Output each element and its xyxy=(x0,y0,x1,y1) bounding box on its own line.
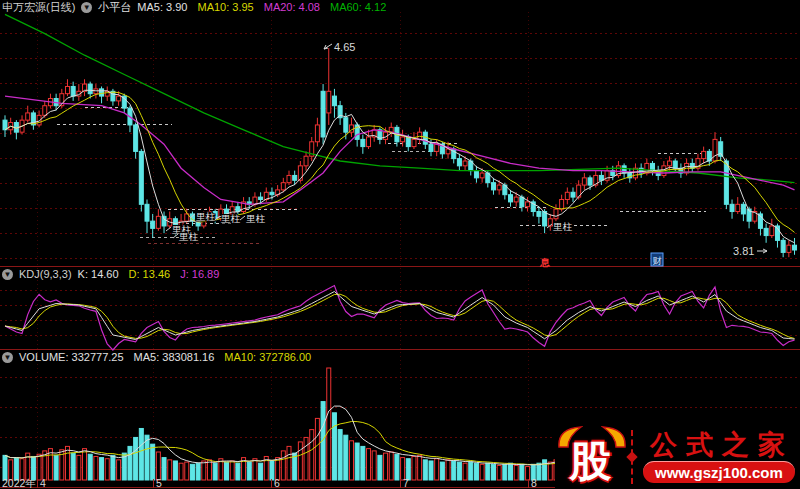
vol-item-2: MA10: 372786.00 xyxy=(224,352,311,363)
kdj-k-line xyxy=(5,292,795,340)
chart-canvas[interactable]: 4.653.81里柱里柱里柱里柱里柱里柱息财2022年45678 xyxy=(0,0,800,489)
bull-logo: 股 xyxy=(555,426,627,488)
axis-month-label: 5 xyxy=(156,477,162,489)
volume-header: ▼ VOLUME: 332777.25MA5: 383081.16MA10: 3… xyxy=(2,352,311,363)
diamond-icon xyxy=(626,451,637,462)
symbol-title: 申万宏源(日线) xyxy=(2,2,75,13)
kdj-title: KDJ(9,3,3) xyxy=(19,269,72,280)
signal-tag: 小平台 xyxy=(98,2,131,13)
kdj-item-2: J: 16.89 xyxy=(180,269,219,280)
site-logo: 股 公式之家 www.gszj100.com xyxy=(555,424,800,489)
logo-character: 股 xyxy=(569,434,611,489)
logo-divider xyxy=(631,430,633,484)
kdj-header: ▼ KDJ(9,3,3) K: 14.60D: 13.46J: 16.89 xyxy=(2,269,219,280)
price-annotation: 3.81 xyxy=(733,245,754,257)
axis-month-label: 4 xyxy=(40,477,46,489)
pillar-label: 里柱 xyxy=(246,213,266,224)
vol-item-1: MA5: 383081.16 xyxy=(134,352,215,363)
collapse-kdj-icon[interactable]: ▼ xyxy=(2,269,13,280)
price-annotation: 4.65 xyxy=(334,41,355,53)
dividend-marker: 息 xyxy=(539,257,550,268)
stock-app-window: 申万宏源(日线) ▼ 小平台 MA5: 3.90MA10: 3.95MA20: … xyxy=(0,0,800,489)
collapse-volume-icon[interactable]: ▼ xyxy=(2,352,13,363)
pillar-label: 里柱 xyxy=(179,231,199,242)
pillar-label: 里柱 xyxy=(553,221,573,232)
candles-layer xyxy=(3,48,797,257)
report-marker-text: 财 xyxy=(653,256,662,266)
logo-site-name: 公式之家 xyxy=(644,431,794,459)
kdj-item-0: K: 14.60 xyxy=(78,269,119,280)
ma-item-1: MA10: 3.95 xyxy=(197,2,253,13)
kdj-item-1: D: 13.46 xyxy=(129,269,171,280)
pillar-label: 里柱 xyxy=(196,211,216,222)
pillar-labels: 里柱里柱里柱里柱里柱里柱 xyxy=(166,211,573,242)
logo-url-pill[interactable]: www.gszj100.com xyxy=(643,461,795,483)
vertical-grid-layer xyxy=(38,12,529,479)
volume-values-row: VOLUME: 332777.25MA5: 383081.16MA10: 372… xyxy=(19,352,311,363)
ma-item-2: MA20: 4.08 xyxy=(264,2,320,13)
kdj-j-line xyxy=(5,286,795,351)
axis-month-label: 7 xyxy=(403,477,409,489)
axis-month-label: 8 xyxy=(531,477,537,489)
ma-item-0: MA5: 3.90 xyxy=(137,2,187,13)
axis-year-label: 2022年 xyxy=(2,477,36,489)
ma-item-3: MA60: 4.12 xyxy=(330,2,386,13)
main-chart-header: 申万宏源(日线) ▼ 小平台 MA5: 3.90MA10: 3.95MA20: … xyxy=(2,2,386,13)
ma20-line xyxy=(5,96,795,204)
axis-month-label: 6 xyxy=(274,477,280,489)
vol-item-0: VOLUME: 332777.25 xyxy=(19,352,124,363)
ma-values-row: MA5: 3.90MA10: 3.95MA20: 4.08MA60: 4.12 xyxy=(137,2,386,13)
collapse-main-icon[interactable]: ▼ xyxy=(81,2,92,13)
kdj-values-row: K: 14.60D: 13.46J: 16.89 xyxy=(78,269,220,280)
pillar-label: 里柱 xyxy=(221,213,241,224)
